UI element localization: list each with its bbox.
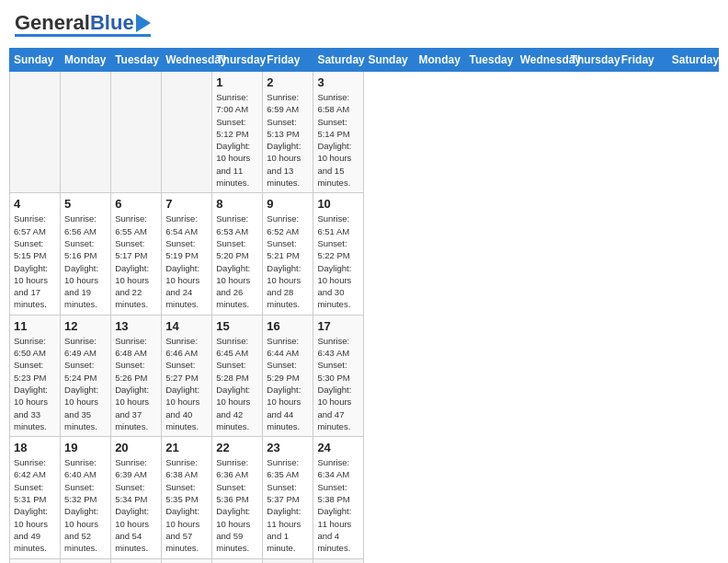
day-number: 10: [317, 197, 359, 211]
calendar-day-cell: 29Sunrise: 6:26 AM Sunset: 5:43 PM Dayli…: [212, 558, 263, 563]
calendar-day-cell: 20Sunrise: 6:39 AM Sunset: 5:34 PM Dayli…: [111, 437, 162, 558]
calendar-day-cell: 22Sunrise: 6:36 AM Sunset: 5:36 PM Dayli…: [212, 437, 263, 558]
day-number: 11: [14, 319, 56, 333]
day-number: 6: [115, 197, 157, 211]
day-detail: Sunrise: 6:53 AM Sunset: 5:20 PM Dayligh…: [216, 213, 258, 310]
header-tuesday: Tuesday: [111, 49, 162, 72]
day-number: 4: [14, 197, 56, 211]
day-number: 15: [216, 319, 258, 333]
day-number: 20: [115, 441, 157, 454]
day-detail: Sunrise: 6:49 AM Sunset: 5:24 PM Dayligh…: [64, 335, 107, 432]
calendar-day-cell: 26Sunrise: 6:31 AM Sunset: 5:40 PM Dayli…: [61, 558, 111, 563]
page-header: General Blue: [9, 9, 719, 40]
day-detail: Sunrise: 6:57 AM Sunset: 5:15 PM Dayligh…: [14, 213, 56, 310]
day-detail: Sunrise: 6:55 AM Sunset: 5:17 PM Dayligh…: [115, 213, 157, 310]
calendar-day-cell: 9Sunrise: 6:52 AM Sunset: 5:21 PM Daylig…: [263, 193, 313, 315]
calendar-day-cell: 4Sunrise: 6:57 AM Sunset: 5:15 PM Daylig…: [10, 193, 61, 315]
logo-text: General Blue: [15, 13, 151, 33]
day-detail: Sunrise: 6:35 AM Sunset: 5:37 PM Dayligh…: [267, 456, 309, 554]
calendar-day-cell: 16Sunrise: 6:44 AM Sunset: 5:29 PM Dayli…: [263, 315, 313, 436]
calendar-day-cell: [61, 72, 111, 193]
day-detail: Sunrise: 6:42 AM Sunset: 5:31 PM Dayligh…: [14, 456, 56, 554]
calendar-week-row: 1Sunrise: 7:00 AM Sunset: 5:12 PM Daylig…: [10, 72, 719, 193]
header-friday: Friday: [263, 49, 313, 72]
day-number: 14: [165, 319, 208, 333]
calendar-day-cell: 23Sunrise: 6:35 AM Sunset: 5:37 PM Dayli…: [263, 437, 313, 558]
calendar-header-row: SundayMondayTuesdayWednesdayThursdayFrid…: [10, 49, 719, 72]
calendar-day-cell: 8Sunrise: 6:53 AM Sunset: 5:20 PM Daylig…: [212, 193, 263, 315]
day-number: 2: [267, 75, 309, 89]
day-detail: Sunrise: 6:43 AM Sunset: 5:30 PM Dayligh…: [317, 335, 359, 432]
calendar-day-cell: [10, 72, 61, 193]
day-number: 21: [165, 441, 208, 454]
header-sunday: Sunday: [10, 49, 61, 72]
day-number: 8: [216, 197, 258, 211]
calendar-day-cell: 27Sunrise: 6:29 AM Sunset: 5:41 PM Dayli…: [111, 558, 162, 563]
calendar-day-cell: 7Sunrise: 6:54 AM Sunset: 5:19 PM Daylig…: [162, 193, 212, 315]
day-detail: Sunrise: 6:48 AM Sunset: 5:26 PM Dayligh…: [115, 335, 157, 432]
calendar-day-cell: 21Sunrise: 6:38 AM Sunset: 5:35 PM Dayli…: [162, 437, 212, 558]
col-header-wednesday: Wednesday: [516, 49, 566, 72]
day-detail: Sunrise: 6:51 AM Sunset: 5:22 PM Dayligh…: [317, 213, 359, 310]
day-number: 18: [14, 441, 56, 454]
day-detail: Sunrise: 6:59 AM Sunset: 5:13 PM Dayligh…: [267, 91, 309, 189]
col-header-sunday: Sunday: [364, 49, 415, 72]
day-detail: Sunrise: 6:50 AM Sunset: 5:23 PM Dayligh…: [14, 335, 56, 432]
calendar-day-cell: 14Sunrise: 6:46 AM Sunset: 5:27 PM Dayli…: [162, 315, 212, 436]
day-detail: Sunrise: 6:36 AM Sunset: 5:36 PM Dayligh…: [216, 456, 258, 554]
day-detail: Sunrise: 6:44 AM Sunset: 5:29 PM Dayligh…: [267, 335, 309, 432]
day-number: 9: [267, 197, 309, 211]
logo-general: General: [15, 13, 90, 33]
calendar-day-cell: 10Sunrise: 6:51 AM Sunset: 5:22 PM Dayli…: [313, 193, 364, 315]
calendar-day-cell: [111, 72, 162, 193]
calendar-day-cell: 24Sunrise: 6:34 AM Sunset: 5:38 PM Dayli…: [313, 437, 364, 558]
day-number: 3: [317, 75, 359, 89]
header-monday: Monday: [61, 49, 111, 72]
day-number: 19: [64, 441, 107, 454]
calendar-day-cell: [313, 558, 364, 563]
day-number: 24: [317, 441, 359, 454]
calendar-week-row: 4Sunrise: 6:57 AM Sunset: 5:15 PM Daylig…: [10, 193, 719, 315]
calendar-day-cell: 12Sunrise: 6:49 AM Sunset: 5:24 PM Dayli…: [61, 315, 111, 436]
col-header-saturday: Saturday: [667, 49, 718, 72]
logo: General Blue: [15, 13, 151, 37]
col-header-tuesday: Tuesday: [465, 49, 516, 72]
col-header-thursday: Thursday: [566, 49, 617, 72]
calendar-day-cell: 18Sunrise: 6:42 AM Sunset: 5:31 PM Dayli…: [10, 437, 61, 558]
calendar-day-cell: 11Sunrise: 6:50 AM Sunset: 5:23 PM Dayli…: [10, 315, 61, 436]
col-header-friday: Friday: [617, 49, 667, 72]
header-thursday: Thursday: [212, 49, 263, 72]
header-wednesday: Wednesday: [162, 49, 212, 72]
day-number: 1: [216, 75, 258, 89]
calendar-table: SundayMondayTuesdayWednesdayThursdayFrid…: [9, 48, 719, 563]
day-detail: Sunrise: 6:45 AM Sunset: 5:28 PM Dayligh…: [216, 335, 258, 432]
calendar-day-cell: 5Sunrise: 6:56 AM Sunset: 5:16 PM Daylig…: [61, 193, 111, 315]
logo-arrow-icon: [136, 14, 151, 32]
day-detail: Sunrise: 6:38 AM Sunset: 5:35 PM Dayligh…: [165, 456, 208, 554]
day-detail: Sunrise: 6:54 AM Sunset: 5:19 PM Dayligh…: [165, 213, 208, 310]
calendar-day-cell: 6Sunrise: 6:55 AM Sunset: 5:17 PM Daylig…: [111, 193, 162, 315]
day-detail: Sunrise: 6:39 AM Sunset: 5:34 PM Dayligh…: [115, 456, 157, 554]
day-detail: Sunrise: 6:58 AM Sunset: 5:14 PM Dayligh…: [317, 91, 359, 189]
calendar-day-cell: [263, 558, 313, 563]
logo-blue: Blue: [90, 13, 134, 33]
calendar-day-cell: 3Sunrise: 6:58 AM Sunset: 5:14 PM Daylig…: [313, 72, 364, 193]
day-number: 7: [165, 197, 208, 211]
day-detail: Sunrise: 6:46 AM Sunset: 5:27 PM Dayligh…: [165, 335, 208, 432]
calendar-day-cell: [162, 72, 212, 193]
day-detail: Sunrise: 6:52 AM Sunset: 5:21 PM Dayligh…: [267, 213, 309, 310]
calendar-day-cell: 2Sunrise: 6:59 AM Sunset: 5:13 PM Daylig…: [263, 72, 313, 193]
day-number: 16: [267, 319, 309, 333]
day-number: 5: [64, 197, 107, 211]
day-number: 22: [216, 441, 258, 454]
day-detail: Sunrise: 7:00 AM Sunset: 5:12 PM Dayligh…: [216, 91, 258, 189]
calendar-week-row: 25Sunrise: 6:32 AM Sunset: 5:39 PM Dayli…: [10, 558, 719, 563]
logo-underline: [15, 34, 151, 37]
day-number: 12: [64, 319, 107, 333]
day-number: 17: [317, 319, 359, 333]
col-header-monday: Monday: [415, 49, 465, 72]
calendar-day-cell: 28Sunrise: 6:28 AM Sunset: 5:42 PM Dayli…: [162, 558, 212, 563]
calendar-week-row: 11Sunrise: 6:50 AM Sunset: 5:23 PM Dayli…: [10, 315, 719, 436]
day-number: 13: [115, 319, 157, 333]
calendar-day-cell: 25Sunrise: 6:32 AM Sunset: 5:39 PM Dayli…: [10, 558, 61, 563]
